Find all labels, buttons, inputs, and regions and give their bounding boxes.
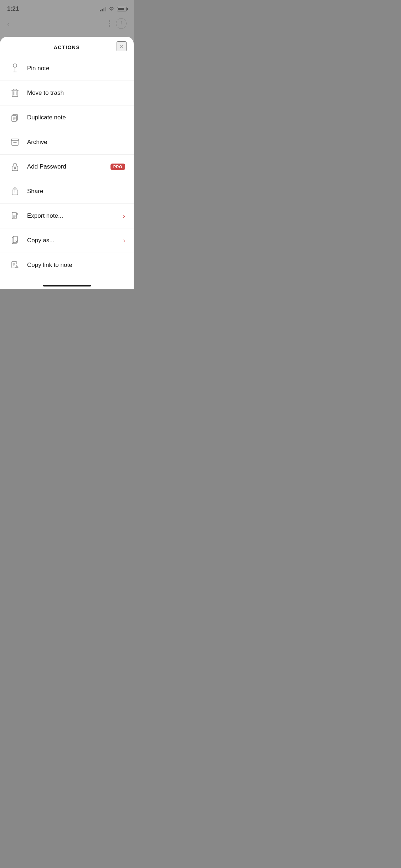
svg-rect-5 (14, 89, 16, 90)
close-icon: × (119, 42, 124, 51)
export-note-label: Export note... (27, 212, 123, 219)
duplicate-note-label: Duplicate note (27, 114, 125, 121)
move-to-trash-label: Move to trash (27, 89, 125, 97)
svg-rect-17 (12, 166, 18, 171)
export-chevron-icon: › (123, 212, 125, 220)
svg-rect-15 (12, 141, 18, 145)
pin-note-label: Pin note (27, 65, 125, 72)
action-item-duplicate-note[interactable]: Duplicate note (0, 105, 134, 130)
copy-link-icon (9, 259, 21, 272)
svg-rect-27 (13, 236, 17, 243)
close-sheet-button[interactable]: × (117, 41, 127, 51)
share-icon (9, 185, 21, 198)
sheet-header: ACTIONS × (0, 37, 134, 56)
pro-badge: PRO (110, 164, 125, 170)
pin-icon (9, 62, 21, 75)
copy-link-label: Copy link to note (27, 262, 125, 269)
action-item-pin-note[interactable]: Pin note (0, 56, 134, 81)
archive-icon (9, 136, 21, 149)
copy-as-label: Copy as... (27, 237, 123, 244)
svg-point-0 (13, 64, 17, 67)
action-item-move-to-trash[interactable]: Move to trash (0, 81, 134, 105)
action-item-copy-as[interactable]: Copy as... › (0, 228, 134, 253)
share-label: Share (27, 188, 125, 195)
archive-label: Archive (27, 139, 125, 146)
action-item-archive[interactable]: Archive (0, 130, 134, 154)
actions-sheet: ACTIONS × Pin note (0, 37, 134, 289)
action-list: Pin note Move to trash (0, 56, 134, 277)
action-item-add-password[interactable]: Add Password PRO (0, 154, 134, 179)
sheet-title: ACTIONS (54, 45, 80, 50)
home-indicator (43, 285, 91, 286)
action-item-share[interactable]: Share (0, 179, 134, 203)
svg-rect-22 (12, 212, 16, 219)
add-password-label: Add Password (27, 163, 110, 170)
duplicate-icon (9, 111, 21, 124)
export-icon (9, 210, 21, 222)
lock-icon (9, 160, 21, 173)
copy-as-icon (9, 234, 21, 247)
trash-icon (9, 87, 21, 99)
action-item-copy-link[interactable]: Copy link to note (0, 253, 134, 277)
action-item-export-note[interactable]: Export note... › (0, 203, 134, 228)
copy-as-chevron-icon: › (123, 237, 125, 244)
